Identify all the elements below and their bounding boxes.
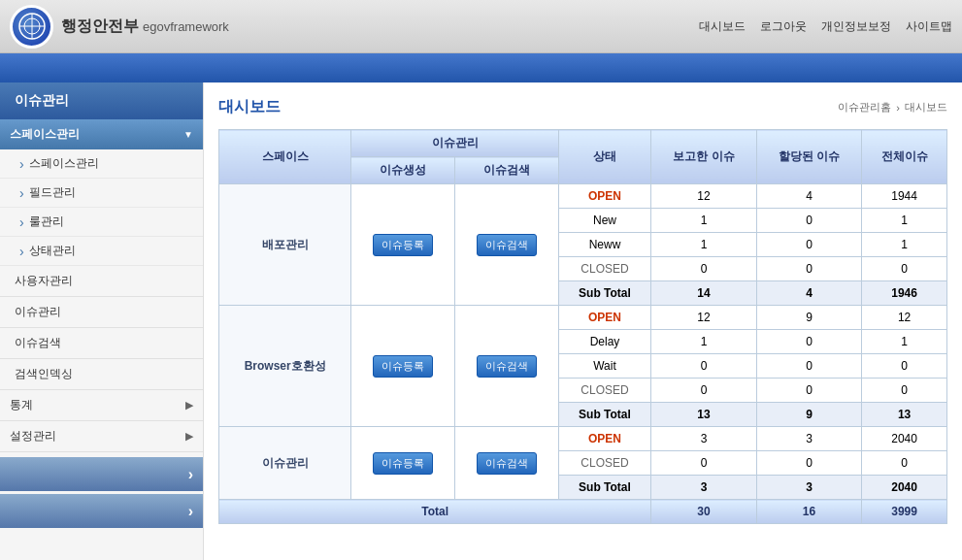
- sidebar-item-spacemanage[interactable]: › 스페이스관리: [0, 149, 203, 179]
- status-cell: Sub Total: [558, 403, 651, 427]
- reported-cell: 0: [651, 451, 756, 476]
- space-cell-baepo: 배포관리: [219, 184, 351, 306]
- total-cell: 1: [862, 209, 947, 233]
- sidebar-item-fieldmanage[interactable]: › 필드관리: [0, 179, 203, 208]
- assigned-cell: 4: [756, 281, 861, 306]
- reported-cell: 1: [651, 209, 756, 233]
- breadcrumb: 이슈관리홈 › 대시보드: [838, 100, 947, 115]
- assigned-cell: 3: [756, 427, 861, 451]
- status-cell: Delay: [558, 330, 651, 354]
- sidebar-header: 이슈관리: [0, 82, 203, 119]
- search-issue-btn-issue[interactable]: 이슈검색: [477, 452, 537, 475]
- sidebar-item-issuesearch[interactable]: 이슈검색: [0, 328, 203, 359]
- reported-cell: 13: [651, 403, 756, 427]
- col-assigned: 할당된 이슈: [756, 130, 861, 184]
- sidebar-item-statusmanage[interactable]: › 상태관리: [0, 237, 203, 266]
- status-cell: OPEN: [558, 427, 651, 451]
- total-cell: 0: [862, 354, 947, 379]
- reported-cell: 1: [651, 330, 756, 354]
- page-title: 대시보드: [218, 97, 281, 117]
- status-cell: Neww: [558, 233, 651, 257]
- logo-sub: egovframework: [143, 19, 229, 34]
- breadcrumb-home[interactable]: 이슈관리홈: [838, 100, 891, 115]
- nav-sitemap[interactable]: 사이트맵: [906, 18, 952, 35]
- assigned-cell: 0: [756, 451, 861, 476]
- sidebar-item-usermanage[interactable]: 사용자관리: [0, 266, 203, 297]
- search-issue-btn-baepo[interactable]: 이슈검색: [477, 234, 537, 256]
- sidebar-item-stats[interactable]: 통계 ▶: [0, 390, 203, 421]
- col-total: 전체이슈: [862, 130, 947, 184]
- status-cell: CLOSED: [558, 257, 651, 281]
- total-row: Total 30 16 3999: [219, 500, 947, 524]
- breadcrumb-row: 대시보드 이슈관리홈 › 대시보드: [218, 97, 947, 117]
- col-reported: 보고한 이슈: [651, 130, 756, 184]
- logo-area: 행정안전부 egovframework: [10, 5, 699, 49]
- btn-cell-issue-search: 이슈검색: [455, 427, 559, 500]
- settings-arrow-icon: ▶: [185, 430, 193, 443]
- assigned-cell: 0: [756, 379, 861, 403]
- btn-cell-browser-search: 이슈검색: [455, 306, 559, 427]
- create-issue-btn-browser[interactable]: 이슈등록: [373, 355, 433, 378]
- total-label: Total: [219, 500, 651, 524]
- sidebar-item-settings[interactable]: 설정관리 ▶: [0, 421, 203, 452]
- table-row: 이슈관리 이슈등록 이슈검색 OPEN 3 3 2040: [219, 427, 947, 451]
- status-cell: CLOSED: [558, 451, 651, 476]
- nav-dashboard[interactable]: 대시보드: [699, 18, 746, 35]
- assigned-cell: 9: [756, 306, 861, 330]
- nav-profile[interactable]: 개인정보보정: [821, 18, 891, 35]
- total-cell: 1946: [862, 281, 947, 306]
- sidebar-nav-btn-2[interactable]: ›: [0, 494, 203, 528]
- status-cell: OPEN: [558, 184, 651, 209]
- search-issue-btn-browser[interactable]: 이슈검색: [477, 355, 537, 378]
- status-cell: Sub Total: [558, 281, 651, 306]
- assigned-cell: 0: [756, 233, 861, 257]
- btn-cell-issue-create: 이슈등록: [351, 427, 455, 500]
- assigned-cell: 0: [756, 257, 861, 281]
- reported-cell: 14: [651, 281, 756, 306]
- reported-cell: 0: [651, 257, 756, 281]
- assigned-cell: 0: [756, 354, 861, 379]
- assigned-cell: 4: [756, 184, 861, 209]
- sidebar-section-label: 스페이스관리: [10, 126, 80, 143]
- total-total: 3999: [862, 500, 947, 524]
- total-cell: 2040: [862, 427, 947, 451]
- status-cell: Wait: [558, 354, 651, 379]
- sidebar-nav-btn-1[interactable]: ›: [0, 457, 203, 491]
- reported-cell: 0: [651, 354, 756, 379]
- reported-cell: 12: [651, 306, 756, 330]
- sidebar-item-rulemanage[interactable]: › 룰관리: [0, 208, 203, 237]
- breadcrumb-separator: ›: [896, 102, 900, 114]
- col-issue-mgmt: 이슈관리: [351, 130, 558, 157]
- total-cell: 12: [862, 306, 947, 330]
- col-issue-search: 이슈검색: [455, 157, 559, 184]
- top-navigation: 행정안전부 egovframework 대시보드 로그아웃 개인정보보정 사이트…: [0, 0, 962, 53]
- nav-logout[interactable]: 로그아웃: [760, 18, 807, 35]
- reported-cell: 3: [651, 427, 756, 451]
- btn-cell-browser-create: 이슈등록: [351, 306, 455, 427]
- col-status: 상태: [558, 130, 651, 184]
- space-cell-browser: Browser호환성: [219, 306, 351, 427]
- status-cell: Sub Total: [558, 476, 651, 500]
- logo-icon: [10, 5, 53, 49]
- sidebar-section-spacemanage[interactable]: 스페이스관리 ▼: [0, 119, 203, 149]
- reported-cell: 1: [651, 233, 756, 257]
- status-cell: OPEN: [558, 306, 651, 330]
- total-cell: 1: [862, 233, 947, 257]
- sidebar-item-issuemanage[interactable]: 이슈관리: [0, 297, 203, 328]
- sidebar: 이슈관리 스페이스관리 ▼ › 스페이스관리 › 필드관리 › 룰관리 › 상태…: [0, 82, 204, 560]
- create-issue-btn-baepo[interactable]: 이슈등록: [373, 234, 433, 256]
- total-cell: 2040: [862, 476, 947, 500]
- assigned-cell: 0: [756, 330, 861, 354]
- create-issue-btn-issue[interactable]: 이슈등록: [373, 452, 433, 475]
- total-reported: 30: [651, 500, 756, 524]
- col-space: 스페이스: [219, 130, 351, 184]
- bullet-icon: ›: [19, 156, 24, 172]
- btn-cell-baepo-search: 이슈검색: [455, 184, 559, 306]
- sidebar-item-searchindex[interactable]: 검색인덱싱: [0, 359, 203, 390]
- bullet-icon: ›: [19, 185, 24, 201]
- bullet-icon: ›: [19, 214, 24, 230]
- reported-cell: 12: [651, 184, 756, 209]
- content-area: 대시보드 이슈관리홈 › 대시보드 스페이스 이슈관리 상태 보고한 이슈 할당…: [204, 82, 962, 560]
- section-arrow-icon: ▼: [183, 129, 193, 140]
- total-cell: 1944: [862, 184, 947, 209]
